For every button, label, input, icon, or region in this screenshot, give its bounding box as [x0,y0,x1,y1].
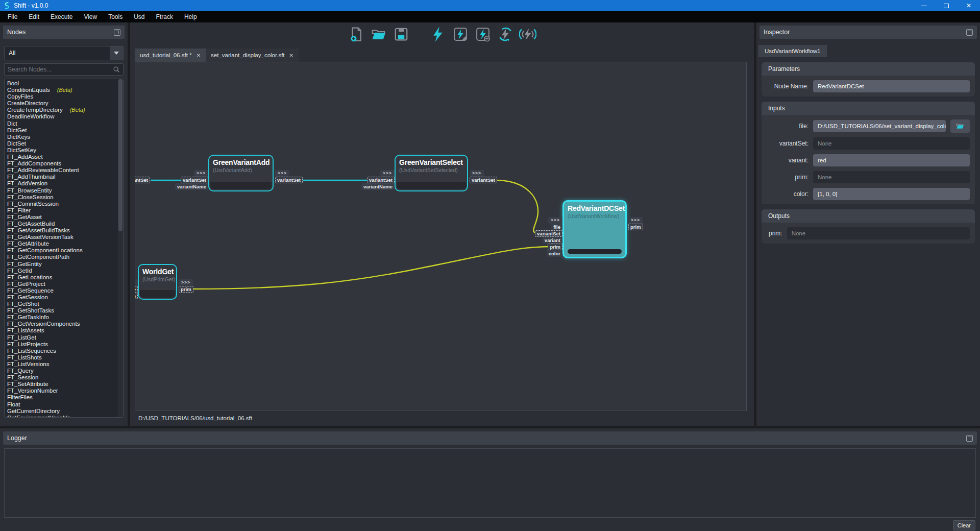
node-search[interactable] [4,63,124,76]
node-type-item[interactable]: DeadlineWorkflow [7,113,118,120]
menu-tools[interactable]: Tools [103,11,128,22]
node-type-item[interactable]: CreateDirectory [7,100,118,107]
save-scene-button[interactable] [393,27,409,43]
node-type-item[interactable]: FilterFiles [7,394,118,401]
node-type-item[interactable]: FT_GetAsset [7,214,118,221]
undock-icon[interactable] [966,29,973,36]
menu-ftrack[interactable]: Ftrack [151,11,179,22]
node-type-item[interactable]: CopyFiles [7,93,118,100]
node-type-item[interactable]: FT_ListShots [7,354,118,361]
node-type-item[interactable]: Dict [7,120,118,127]
node-type-item[interactable]: FT_GetAssetVersionTask [7,234,118,240]
node-type-item[interactable]: FT_Query [7,368,118,374]
node-type-item[interactable]: FT_GetEntity [7,261,118,268]
node-type-item[interactable]: DictSetKey [7,147,118,154]
node-type-item[interactable]: FT_GetAttribute [7,240,118,247]
node-type-item[interactable]: FT_GetVersionComponents [7,321,118,327]
output-port-variantSet[interactable]: variantSet [470,177,497,183]
browse-file-button[interactable] [950,119,970,133]
maximize-button[interactable] [935,0,958,11]
node-type-item[interactable]: FT_GetId [7,268,118,274]
node-type-item[interactable]: CreateTempDirectory(Beta) [7,107,118,113]
node-type-item[interactable]: FT_GetSequence [7,287,118,294]
node-type-item[interactable]: GetEnvironmentVariable [7,415,118,417]
node-type-item[interactable]: FT_AddVersion [7,180,118,187]
parameter-value-field[interactable]: red [813,154,970,166]
chevron-down-icon[interactable] [110,46,123,60]
node-type-item[interactable]: FT_AddReviewableContent [7,167,118,174]
parameter-value-field[interactable]: RedVariantDCSet [813,80,970,92]
inspector-node-tab[interactable]: UsdVariantWorkflow1 [758,45,827,57]
node-type-item[interactable]: FT_CommitSession [7,201,118,207]
node-type-item[interactable]: FT_GetShot [7,301,118,307]
parameter-value-field[interactable]: None [813,137,970,150]
parameter-value-field[interactable]: None [813,171,970,183]
node-type-item[interactable]: DictGet [7,127,118,134]
graph-node-RedVariantDCSet[interactable]: RedVariantDCSet(UsdVariantWorkflow) [562,200,627,258]
node-type-item[interactable]: ConditionEquals(Beta) [7,87,118,93]
node-type-item[interactable]: FT_GetComponentLocations [7,247,118,254]
node-type-item[interactable]: FT_GetLocations [7,274,118,281]
minimize-button[interactable] [913,0,935,11]
node-type-item[interactable]: GetCurrentDirectory [7,408,118,415]
tab-set-variant-display-color-sft[interactable]: set_variant_display_color.sft✕ [206,49,299,62]
node-type-item[interactable]: FT_Session [7,374,118,381]
input-port-variantName[interactable]: variantName [175,183,208,190]
node-type-item[interactable]: DictKeys [7,134,118,140]
input-port-variantSet[interactable]: variantSet [535,230,562,237]
input-port-prim[interactable]: prim [548,244,562,250]
scrollbar-thumb[interactable] [118,79,122,231]
input-port-variantSet[interactable]: variantSet [181,177,208,183]
tab-usd-tutorial-06-sft-[interactable]: usd_tutorial_06.sft *✕ [135,49,206,62]
new-scene-button[interactable] [348,27,364,43]
undock-icon[interactable] [966,435,973,442]
open-scene-button[interactable] [371,27,387,43]
menu-view[interactable]: View [78,11,103,22]
close-button[interactable]: ✕ [958,0,980,11]
node-type-item[interactable]: FT_ListGet [7,334,118,341]
node-type-item[interactable]: FT_AddThumbnail [7,174,118,180]
node-type-item[interactable]: FT_GetShotTasks [7,307,118,314]
menu-usd[interactable]: Usd [128,11,150,22]
node-type-item[interactable]: FT_AddComponents [7,160,118,167]
input-port-variantName[interactable]: variantName [361,183,395,190]
input-port-variant[interactable]: variant [543,237,562,244]
node-type-item[interactable]: FT_GetProject [7,281,118,287]
tab-close-icon[interactable]: ✕ [197,53,201,58]
input-port-variantSet[interactable]: variantSet [367,177,395,183]
output-port-variantSet[interactable]: variantSet [275,177,303,183]
node-type-item[interactable]: FT_Filter [7,207,118,214]
graph-node-WorldGet[interactable]: WorldGet(UsdPrimGet) [138,264,177,300]
output-port-prim[interactable]: prim [179,286,193,293]
node-type-item[interactable]: FT_GetComponentPath [7,254,118,260]
node-type-item[interactable]: FT_BrowseEntity [7,187,118,194]
input-port-color[interactable]: color [547,250,562,257]
node-type-item[interactable]: FT_VersionNumber [7,388,118,394]
node-type-item[interactable]: FT_GetAssetBuild [7,221,118,227]
node-type-item[interactable]: FT_GetTaskInfo [7,314,118,321]
node-type-item[interactable]: FT_ListSequences [7,348,118,354]
input-port-n[interactable]: n [135,293,138,299]
node-filter-dropdown[interactable]: All [4,46,124,60]
parameter-value-field[interactable]: [1, 0, 0] [813,188,970,200]
node-type-item[interactable]: FT_SetAttribute [7,381,118,388]
execute-selected-button[interactable] [452,27,469,43]
node-type-item[interactable]: FT_ListVersions [7,361,118,368]
menu-help[interactable]: Help [179,11,203,22]
parameter-value-field[interactable]: D:/USD_TUTORIALS/06/set_variant_display_… [813,120,946,132]
execute-cancel-button[interactable] [475,27,491,43]
node-type-item[interactable]: Bool [7,80,118,87]
tab-close-icon[interactable]: ✕ [289,53,293,58]
clipped-port-antSet[interactable]: antSet [135,177,150,183]
input-port-e[interactable]: e [135,286,138,293]
execute-button[interactable] [430,27,446,43]
node-type-item[interactable]: FT_ListAssets [7,327,118,334]
input-port-file[interactable]: file [551,224,562,230]
node-type-item[interactable]: FT_GetSession [7,294,118,301]
node-type-item[interactable]: FT_AddAsset [7,154,118,160]
node-type-item[interactable]: FT_CloseSession [7,194,118,201]
output-port-prim[interactable]: prim [628,224,643,230]
node-type-item[interactable]: FT_GetAssetBuildTasks [7,227,118,234]
node-type-item[interactable]: DictSet [7,140,118,147]
node-type-item[interactable]: Float [7,401,118,408]
